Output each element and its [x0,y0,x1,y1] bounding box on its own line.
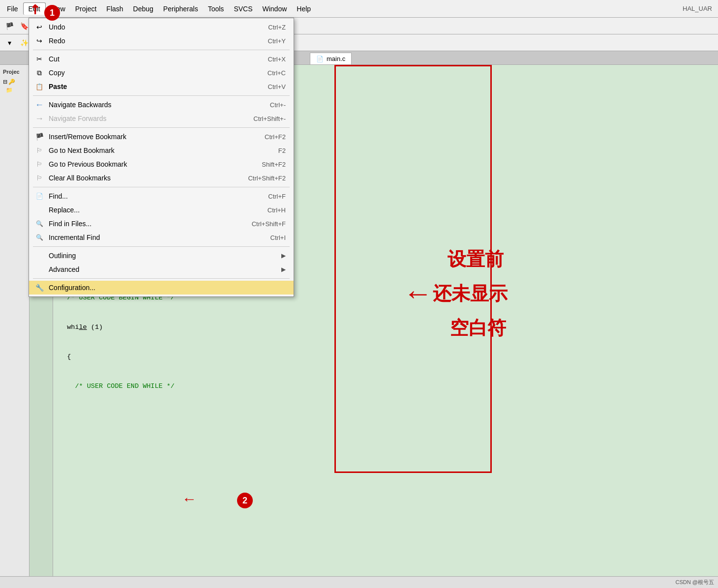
menu-file[interactable]: File [2,3,23,15]
menu-redo[interactable]: ↪ Redo Ctrl+Y [29,34,294,48]
menu-bookmark-clear[interactable]: 🏳 Clear All Bookmarks Ctrl+Shift+F2 [29,171,294,185]
menu-svcs[interactable]: SVCS [229,3,257,15]
folder-icon: 🔑 [8,79,15,85]
incremental-find-shortcut: Ctrl+I [270,234,286,241]
nav-back-label: Navigate Backwards [49,101,112,109]
tab-main-c[interactable]: 📄 main.c [310,53,352,64]
menu-help[interactable]: Help [292,3,316,15]
menu-cut[interactable]: ✂ Cut Ctrl+X [29,52,294,66]
sidebar-label: Projec [2,67,27,77]
menu-copy[interactable]: ⧉ Copy Ctrl+C [29,66,294,80]
menu-advanced[interactable]: Advanced ▶ [29,263,294,276]
sep-4 [33,187,290,187]
sep-5 [33,246,290,247]
annotation-number-2: 2 [236,492,254,511]
bookmark-insert-icon: 🏴 [34,131,45,142]
menu-find-files[interactable]: 🔍 Find in Files... Ctrl+Shift+F [29,217,294,231]
menu-incremental-find[interactable]: 🔍 Incremental Find Ctrl+I [29,231,294,244]
incremental-find-label: Incremental Find [49,234,100,241]
paste-icon: 📋 [34,81,45,92]
cut-icon: ✂ [34,54,45,64]
svg-text:2: 2 [242,496,247,505]
menu-find[interactable]: 📄 Find... Ctrl+F [29,189,294,203]
incremental-find-icon: 🔍 [34,232,45,243]
sep-3 [33,127,290,128]
find-files-icon: 🔍 [34,218,45,229]
annotation-arrow: ← [403,276,433,310]
menu-paste[interactable]: 📋 Paste Ctrl+V [29,80,294,93]
outlining-label: Outlining [49,252,76,260]
replace-icon [34,205,45,215]
toolbar2-btn-dropdown[interactable]: ▾ [3,36,16,49]
find-icon: 📄 [34,191,45,202]
menu-undo[interactable]: ↩ Undo Ctrl+Z [29,20,294,34]
bookmark-next-shortcut: F2 [278,147,286,154]
bookmark-next-label: Go to Next Bookmark [49,147,115,154]
bookmark-insert-shortcut: Ctrl+F2 [265,133,286,141]
menu-bookmark-next[interactable]: 🏳 Go to Next Bookmark F2 [29,144,294,157]
bookmark-clear-icon: 🏳 [34,173,45,183]
sep-2 [33,95,290,96]
nav-back-icon: ← [34,99,45,110]
menu-configuration[interactable]: 🔧 Configuration... [29,281,294,294]
edit-dropdown: ↩ Undo Ctrl+Z ↪ Redo Ctrl+Y ✂ Cut Ctrl+X… [29,18,294,297]
advanced-label: Advanced [49,265,79,273]
find-files-shortcut: Ctrl+Shift+F [252,220,286,228]
annotation-before: 设置前 [448,247,504,272]
redo-shortcut: Ctrl+Y [268,37,286,45]
bookmark-next-icon: 🏳 [34,145,45,156]
replace-shortcut: Ctrl+H [268,206,286,214]
toolbar-btn-1[interactable]: 🏴 [3,20,16,32]
sep-6 [33,278,290,279]
svg-text:1: 1 [50,8,55,18]
statusbar: CSDN @根号五 [0,576,718,588]
menu-debug[interactable]: Debug [128,3,158,15]
find-shortcut: Ctrl+F [268,193,286,200]
sidebar-tree-child[interactable]: 📁 [2,87,27,93]
undo-label: Undo [49,23,65,31]
menu-nav-back[interactable]: ← Navigate Backwards Ctrl+- [29,98,294,112]
redo-icon: ↪ [34,35,45,46]
expand-icon: ⊟ [3,79,7,85]
menu-bookmark-prev[interactable]: 🏳 Go to Previous Bookmark Shift+F2 [29,157,294,171]
menu-flash[interactable]: Flash [101,3,128,15]
annotation-not-shown: 还未显示 [433,281,508,306]
nav-fwd-icon: → [34,113,45,124]
config-icon: 🔧 [34,282,45,293]
bookmark-clear-label: Clear All Bookmarks [49,174,111,182]
statusbar-right: CSDN @根号五 [676,579,714,586]
copy-icon: ⧉ [34,67,45,78]
paste-label: Paste [49,83,67,90]
menubar: File Edit View Project Flash Debug Perip… [0,0,718,18]
cut-shortcut: Ctrl+X [268,56,286,63]
sidebar: Projec ⊟ 🔑 📁 [0,65,30,588]
config-label: Configuration... [49,284,95,292]
advanced-icon [34,264,45,275]
tab-icon: 📄 [316,56,324,62]
outlining-arrow: ▶ [281,252,286,259]
copy-label: Copy [49,69,65,77]
cut-label: Cut [49,55,60,63]
header-right-text: HAL_UAR [683,5,716,12]
nav-fwd-shortcut: Ctrl+Shift+- [253,115,286,122]
folder2-icon: 📁 [6,87,13,93]
copy-shortcut: Ctrl+C [268,69,286,77]
tab-label: main.c [327,55,345,62]
annotation-number-1: 1 [43,4,61,24]
bookmark-prev-shortcut: Shift+F2 [262,161,286,168]
menu-outlining[interactable]: Outlining ▶ [29,249,294,263]
nav-fwd-label: Navigate Forwards [49,115,107,122]
menu-project[interactable]: Project [70,3,102,15]
menu-peripherals[interactable]: Peripherals [158,3,203,15]
paste-shortcut: Ctrl+V [268,83,286,90]
sidebar-tree-row[interactable]: ⊟ 🔑 [2,78,27,86]
menu-window[interactable]: Window [258,3,292,15]
menu-nav-fwd[interactable]: → Navigate Forwards Ctrl+Shift+- [29,112,294,125]
annotation-arrow-2: ← [182,491,197,507]
menu-bookmark-insert[interactable]: 🏴 Insert/Remove Bookmark Ctrl+F2 [29,130,294,144]
annotation-space: 空白符 [450,316,506,341]
bookmark-prev-label: Go to Previous Bookmark [49,160,127,168]
undo-shortcut: Ctrl+Z [268,24,286,31]
menu-replace[interactable]: Replace... Ctrl+H [29,203,294,217]
menu-tools[interactable]: Tools [203,3,229,15]
